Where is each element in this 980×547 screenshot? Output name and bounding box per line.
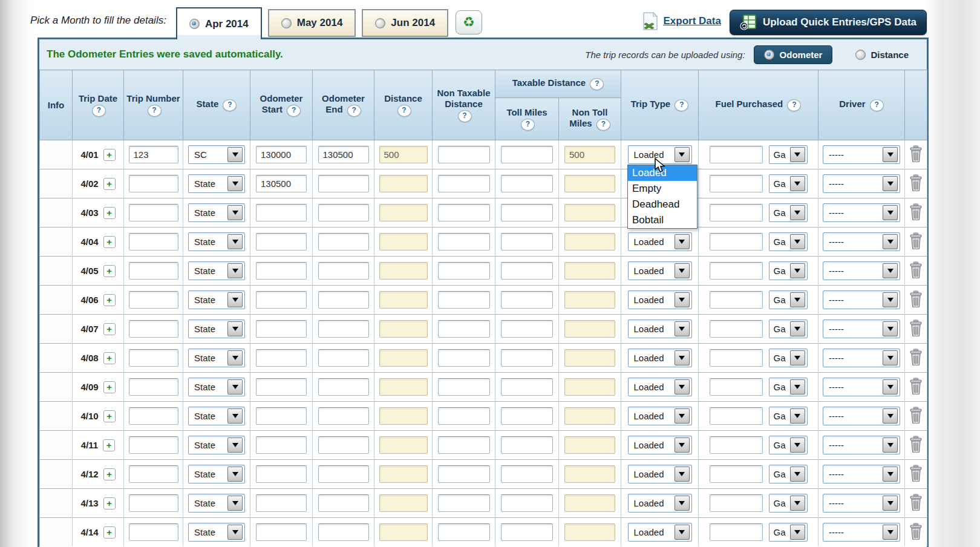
trip-type-select[interactable]: Loaded (628, 349, 692, 367)
help-icon[interactable]: ? (458, 110, 472, 122)
add-trip-button[interactable]: + (103, 468, 116, 480)
trip-number-input[interactable] (129, 146, 178, 163)
chevron-down-icon[interactable] (675, 292, 690, 307)
radio-icon[interactable] (375, 18, 385, 28)
radio-icon[interactable] (189, 19, 200, 29)
add-trip-button[interactable]: + (103, 149, 116, 161)
odometer-start-input[interactable] (256, 204, 307, 221)
toll-miles-input[interactable] (501, 320, 553, 338)
dropdown-option-empty[interactable]: Empty (628, 181, 697, 197)
odometer-start-input[interactable] (256, 465, 307, 483)
fuel-quantity-input[interactable] (710, 233, 763, 251)
chevron-down-icon[interactable] (227, 379, 243, 395)
chevron-down-icon[interactable] (227, 176, 243, 191)
tab-jun-2014[interactable]: Jun 2014 (362, 9, 448, 37)
fuel-unit-select[interactable]: Gal (769, 261, 808, 280)
trash-icon[interactable] (909, 261, 923, 278)
non-taxable-distance-input[interactable] (438, 349, 490, 367)
export-data-link[interactable]: Export Data (642, 12, 720, 30)
trip-number-input[interactable] (129, 378, 178, 396)
chevron-down-icon[interactable] (883, 467, 898, 482)
fuel-unit-select[interactable]: Gal (769, 349, 808, 367)
driver-select[interactable]: ----- (823, 494, 900, 513)
odometer-start-input[interactable] (256, 146, 307, 163)
chevron-down-icon[interactable] (883, 379, 898, 395)
tab-apr-2014[interactable]: Apr 2014 (176, 7, 262, 39)
add-trip-button[interactable]: + (103, 439, 115, 451)
chevron-down-icon[interactable] (883, 263, 898, 278)
toll-miles-input[interactable] (501, 175, 553, 192)
toll-miles-input[interactable] (501, 349, 553, 367)
toll-miles-input[interactable] (501, 465, 553, 483)
state-select[interactable]: State (188, 232, 245, 251)
fuel-unit-select[interactable]: Gal (769, 174, 808, 193)
odometer-end-input[interactable] (318, 233, 369, 251)
radio-icon[interactable] (855, 50, 866, 60)
help-icon[interactable]: ? (870, 99, 884, 111)
trip-number-input[interactable] (129, 349, 178, 367)
add-trip-button[interactable]: + (103, 265, 116, 277)
driver-select[interactable]: ----- (823, 407, 900, 425)
trash-icon[interactable] (909, 436, 923, 453)
trip-type-select[interactable]: Loaded (628, 407, 692, 425)
state-select[interactable]: State (188, 378, 245, 396)
radio-icon[interactable] (281, 18, 292, 28)
chevron-down-icon[interactable] (883, 408, 898, 424)
trash-icon[interactable] (909, 232, 923, 249)
odometer-start-input[interactable] (256, 349, 307, 367)
trip-type-select[interactable]: Loaded (628, 261, 692, 280)
trash-icon[interactable] (909, 145, 923, 162)
state-select[interactable]: State (188, 465, 245, 483)
driver-select[interactable]: ----- (823, 523, 900, 542)
trip-type-select[interactable]: Loaded (628, 436, 692, 454)
fuel-unit-select[interactable]: Gal (769, 378, 808, 396)
chevron-down-icon[interactable] (790, 147, 805, 162)
driver-select[interactable]: ----- (823, 232, 900, 251)
fuel-unit-select[interactable]: Gal (769, 319, 808, 338)
chevron-down-icon[interactable] (790, 176, 805, 191)
odometer-start-input[interactable] (256, 233, 307, 251)
chevron-down-icon[interactable] (675, 467, 690, 482)
chevron-down-icon[interactable] (227, 234, 243, 249)
odometer-end-input[interactable] (318, 378, 369, 396)
non-taxable-distance-input[interactable] (438, 407, 490, 425)
driver-select[interactable]: ----- (823, 349, 900, 367)
trip-type-select[interactable]: Loaded (628, 145, 692, 164)
chevron-down-icon[interactable] (883, 437, 898, 453)
chevron-down-icon[interactable] (790, 408, 805, 424)
non-taxable-distance-input[interactable] (438, 204, 490, 221)
odometer-start-input[interactable] (256, 407, 307, 425)
help-icon[interactable]: ? (92, 105, 106, 117)
driver-select[interactable]: ----- (823, 436, 900, 454)
trip-number-input[interactable] (129, 320, 178, 338)
trip-type-select[interactable]: Loaded (628, 232, 692, 251)
chevron-down-icon[interactable] (675, 437, 690, 453)
driver-select[interactable]: ----- (823, 290, 900, 309)
state-select[interactable]: State (188, 436, 245, 454)
add-trip-button[interactable]: + (103, 526, 116, 539)
odometer-start-input[interactable] (256, 494, 307, 512)
trash-icon[interactable] (909, 349, 923, 365)
add-trip-button[interactable]: + (103, 236, 116, 248)
trash-icon[interactable] (909, 174, 923, 191)
toll-miles-input[interactable] (501, 262, 553, 280)
chevron-down-icon[interactable] (675, 525, 690, 540)
chevron-down-icon[interactable] (227, 263, 243, 278)
odometer-end-input[interactable] (318, 465, 369, 483)
fuel-quantity-input[interactable] (710, 436, 763, 454)
trip-number-input[interactable] (129, 436, 178, 454)
fuel-unit-select[interactable]: Gal (769, 407, 808, 425)
chevron-down-icon[interactable] (790, 437, 805, 453)
trip-number-input[interactable] (129, 262, 178, 280)
toll-miles-input[interactable] (501, 146, 553, 163)
toll-miles-input[interactable] (501, 436, 553, 454)
tab-may-2014[interactable]: May 2014 (268, 9, 356, 37)
trip-number-input[interactable] (129, 204, 178, 221)
fuel-quantity-input[interactable] (710, 523, 763, 541)
chevron-down-icon[interactable] (790, 350, 805, 365)
add-trip-button[interactable]: + (103, 497, 116, 509)
toll-miles-input[interactable] (501, 291, 553, 309)
fuel-unit-select[interactable]: Gal (769, 232, 808, 251)
fuel-unit-select[interactable]: Gal (769, 494, 808, 513)
trash-icon[interactable] (909, 290, 923, 307)
